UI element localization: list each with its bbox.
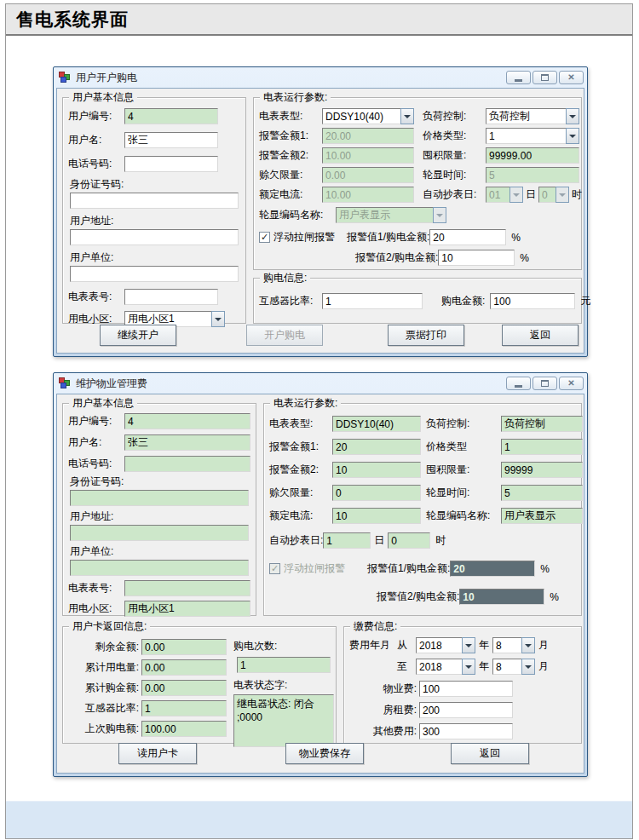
save-property-fee-button[interactable]: 物业费保存	[285, 743, 364, 764]
read-card-button[interactable]: 读用户卡	[118, 743, 197, 764]
titlebar[interactable]: 维护物业管理费 ✕	[54, 373, 587, 393]
from-year-select[interactable]	[416, 637, 475, 653]
alarm-ratio1-input[interactable]	[450, 561, 535, 577]
back-button[interactable]: 返回	[502, 325, 579, 346]
price-type-select[interactable]	[486, 128, 579, 144]
id-no-input[interactable]	[70, 490, 249, 506]
unit-input[interactable]	[70, 560, 249, 576]
cycle-time-input[interactable]	[501, 485, 583, 501]
dropdown-arrow-icon[interactable]	[400, 108, 414, 124]
cycle-time-input[interactable]	[486, 167, 579, 183]
float-alarm-checkbox[interactable]: ✓	[259, 232, 270, 243]
dropdown-arrow-icon[interactable]	[556, 187, 569, 203]
maximize-button[interactable]	[532, 377, 557, 390]
hoard-limit-label: 囤积限量:	[426, 463, 501, 477]
credit-limit-input[interactable]	[322, 167, 414, 183]
rent-fee-input[interactable]	[419, 702, 513, 718]
back-button[interactable]: 返回	[451, 743, 529, 764]
open-purchase-button[interactable]: 开户购电	[246, 325, 323, 346]
cycle-code-value[interactable]	[336, 207, 433, 223]
user-no-input[interactable]	[124, 108, 218, 124]
dropdown-arrow-icon[interactable]	[566, 128, 579, 144]
remaining-input[interactable]	[141, 639, 227, 655]
auto-read-day-value[interactable]	[486, 187, 509, 203]
load-control-select[interactable]	[486, 108, 579, 124]
alarm-amount2-input[interactable]	[322, 147, 414, 164]
address-input[interactable]	[70, 229, 239, 245]
unit-input[interactable]	[70, 266, 239, 282]
maximize-icon	[541, 74, 549, 81]
dropdown-arrow-icon[interactable]	[433, 207, 446, 223]
meter-no-input[interactable]	[124, 580, 250, 596]
auto-read-hour-select[interactable]	[538, 187, 569, 203]
property-fee-input[interactable]	[419, 681, 513, 697]
buy-amount-input[interactable]	[490, 293, 575, 309]
price-type-input[interactable]	[501, 439, 583, 455]
district-input[interactable]	[124, 601, 250, 617]
meter-type-value[interactable]	[322, 108, 400, 124]
float-alarm-checkbox[interactable]: ✓	[269, 563, 280, 574]
meter-no-input[interactable]	[124, 289, 218, 305]
price-type-value[interactable]	[486, 128, 566, 144]
to-year-value[interactable]	[416, 659, 462, 675]
user-no-input[interactable]	[124, 413, 250, 429]
dropdown-arrow-icon[interactable]	[521, 659, 535, 675]
to-month-value[interactable]	[492, 659, 521, 675]
from-month-value[interactable]	[492, 637, 521, 653]
print-receipt-button[interactable]: 票据打印	[388, 325, 464, 346]
auto-read-hour-input[interactable]	[388, 532, 430, 549]
phone-input[interactable]	[124, 156, 218, 172]
dropdown-arrow-icon[interactable]	[462, 637, 475, 653]
cycle-code-input[interactable]	[501, 508, 583, 524]
id-no-input[interactable]	[70, 193, 239, 209]
ct-ratio-input[interactable]	[322, 293, 423, 309]
last-buy-input[interactable]	[141, 721, 227, 737]
form-row: 报警金额2: 囤积限量:	[259, 147, 576, 164]
buy-times-input[interactable]	[237, 657, 331, 673]
load-control-input[interactable]	[501, 416, 583, 432]
total-energy-input[interactable]	[141, 659, 227, 676]
continue-open-button[interactable]: 继续开户	[100, 325, 176, 346]
dropdown-arrow-icon[interactable]	[521, 637, 535, 653]
rated-current-input[interactable]	[332, 508, 421, 524]
titlebar[interactable]: 用户开户购电 ✕	[54, 67, 587, 87]
total-amount-input[interactable]	[141, 680, 227, 696]
hoard-limit-input[interactable]	[486, 147, 579, 164]
minimize-button[interactable]	[506, 71, 531, 84]
phone-input[interactable]	[124, 456, 250, 472]
other-fee-input[interactable]	[419, 723, 513, 739]
close-button[interactable]: ✕	[559, 377, 584, 390]
alarm-ratio2-input[interactable]	[438, 250, 515, 266]
maximize-button[interactable]	[532, 71, 557, 84]
app-icon	[59, 377, 72, 389]
dropdown-arrow-icon[interactable]	[462, 659, 475, 675]
auto-read-day-input[interactable]	[323, 532, 371, 549]
dropdown-arrow-icon[interactable]	[566, 108, 579, 124]
meter-type-select[interactable]	[322, 108, 414, 124]
credit-limit-input[interactable]	[332, 485, 421, 501]
alarm-ratio2-input[interactable]	[459, 589, 544, 605]
from-year-value[interactable]	[416, 637, 462, 653]
alarm-amount1-input[interactable]	[322, 128, 414, 144]
user-name-input[interactable]	[124, 132, 218, 148]
dropdown-arrow-icon[interactable]	[211, 311, 225, 327]
alarm-amount1-input[interactable]	[332, 439, 421, 455]
to-month-select[interactable]	[492, 659, 535, 675]
dropdown-arrow-icon[interactable]	[509, 187, 523, 203]
from-month-select[interactable]	[492, 637, 535, 653]
ct-ratio-input[interactable]	[141, 700, 227, 716]
rated-current-input[interactable]	[322, 187, 414, 203]
close-button[interactable]: ✕	[559, 71, 584, 84]
load-control-value[interactable]	[486, 108, 566, 124]
meter-type-input[interactable]	[332, 416, 421, 432]
minimize-button[interactable]	[506, 377, 531, 390]
cycle-code-select[interactable]	[336, 207, 446, 223]
alarm-ratio1-input[interactable]	[429, 229, 506, 245]
hoard-limit-input[interactable]	[501, 462, 583, 478]
auto-read-day-select[interactable]	[486, 187, 523, 203]
to-year-select[interactable]	[416, 659, 475, 675]
alarm-amount2-input[interactable]	[332, 462, 421, 478]
address-input[interactable]	[70, 525, 249, 541]
auto-read-hour-value[interactable]	[538, 187, 556, 203]
user-name-input[interactable]	[124, 434, 250, 451]
